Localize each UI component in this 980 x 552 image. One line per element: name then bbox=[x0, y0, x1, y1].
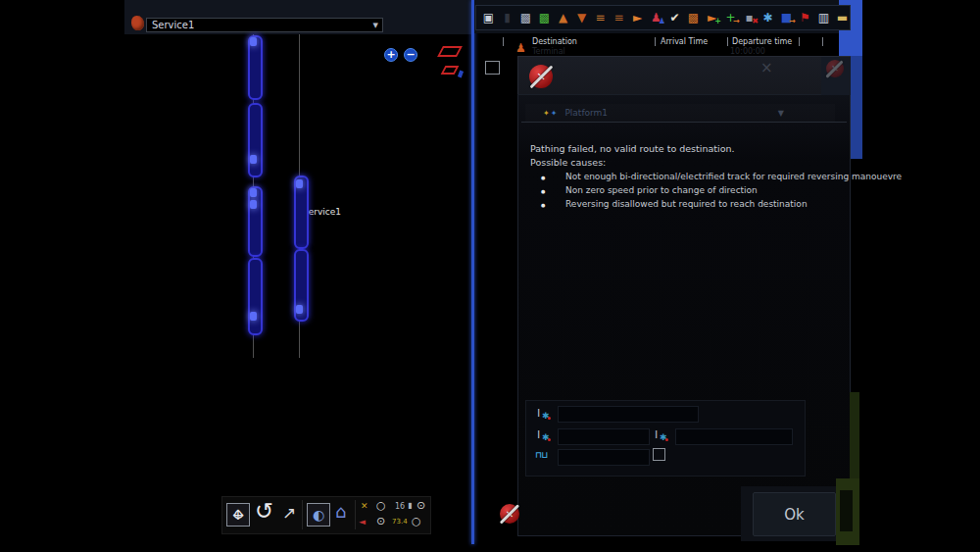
platform-selector[interactable]: ✦ ✦ Platform1 ▼ bbox=[525, 104, 835, 122]
grid-size-value: 16 bbox=[395, 503, 405, 511]
text-edit-icon: I ✱ bbox=[655, 429, 658, 440]
column-divider bbox=[655, 37, 656, 46]
radio-option-icon[interactable]: ○ bbox=[412, 516, 421, 527]
platform-selector-value: Platform1 bbox=[564, 108, 777, 118]
panel-divider-line bbox=[471, 0, 474, 544]
grid-light-icon[interactable]: ▩ bbox=[516, 12, 535, 24]
ibeam-glyph: I bbox=[537, 407, 540, 420]
chevron-down-icon: ▼ bbox=[373, 22, 382, 29]
row-checkbox[interactable] bbox=[485, 61, 500, 75]
depot-up-icon[interactable]: ▲ bbox=[554, 12, 572, 24]
passengers-icon[interactable]: ♟♟ bbox=[647, 12, 665, 24]
red-dot-icon bbox=[548, 417, 551, 420]
settings-gear-icon[interactable]: ✱ bbox=[759, 12, 777, 24]
hand-tool-icon[interactable]: ◄ bbox=[359, 518, 366, 527]
passenger-orange-icon: ♟ bbox=[515, 41, 526, 55]
add-service-overlay-icon: + bbox=[714, 18, 721, 25]
column-header-destination[interactable]: Destination bbox=[532, 37, 577, 46]
bullet-icon: ● bbox=[541, 188, 545, 194]
lock-remove-icon[interactable]: ▪✖ bbox=[740, 12, 759, 24]
no-path-footer-icon: ✕ bbox=[500, 504, 519, 524]
train-segment[interactable] bbox=[248, 258, 263, 335]
train-segment[interactable] bbox=[248, 103, 263, 177]
add-route-overlay-icon: → bbox=[733, 18, 740, 25]
cause-item-1: Not enough bi-directional/electrified tr… bbox=[565, 172, 902, 181]
arrival-input[interactable] bbox=[558, 428, 650, 445]
terrain-shadow bbox=[840, 490, 853, 531]
zoom-out-button[interactable]: − bbox=[404, 48, 417, 62]
text-edit-icon: I ✱ bbox=[537, 429, 540, 440]
toolbar-divider bbox=[355, 500, 356, 529]
flag-icon[interactable]: ⚑ bbox=[796, 12, 814, 24]
service-icon bbox=[131, 16, 144, 30]
cause-item-2: Non zero speed prior to change of direct… bbox=[565, 185, 758, 195]
add-service-icon[interactable]: ►+ bbox=[703, 12, 721, 24]
table-row-departure: 10:00:00 bbox=[730, 47, 765, 56]
cause-item-3: Reversing disallowed but required to rea… bbox=[565, 199, 808, 209]
right-blue-strip bbox=[851, 56, 862, 159]
chevron-down-icon: ▼ bbox=[778, 109, 784, 118]
hand-pointer-icon[interactable]: ► bbox=[628, 12, 647, 24]
dialog-checkbox[interactable] bbox=[653, 448, 665, 461]
list-2-icon[interactable]: ≡ bbox=[610, 12, 628, 24]
measure-icon[interactable]: ✕ bbox=[361, 502, 368, 511]
text-edit-icon: I ✱ bbox=[537, 408, 540, 419]
ok-button-label: Ok bbox=[784, 506, 805, 524]
name-input[interactable] bbox=[558, 406, 699, 423]
radio-selected-icon[interactable]: ⊙ bbox=[416, 500, 425, 511]
home-icon[interactable]: ⌂ bbox=[335, 503, 346, 521]
night-mode-button[interactable]: ◐ bbox=[307, 503, 330, 527]
train-coupling-marker bbox=[250, 188, 257, 197]
train-coupling-marker bbox=[250, 312, 257, 321]
zoom-in-button[interactable]: + bbox=[384, 48, 398, 62]
train-coupling-marker bbox=[296, 179, 303, 188]
grid-orange-icon[interactable]: ▩ bbox=[684, 12, 703, 24]
pan-tool-button[interactable]: ↔ ↕ bbox=[226, 503, 250, 527]
ibeam-glyph: I bbox=[655, 428, 658, 441]
column-header-arrival[interactable]: Arrival Time bbox=[661, 37, 708, 46]
depot-down-icon[interactable]: ▼ bbox=[572, 12, 591, 24]
ok-button[interactable]: Ok bbox=[753, 492, 836, 536]
column-header-departure[interactable]: Departure time bbox=[732, 37, 792, 46]
departure-input[interactable] bbox=[675, 428, 793, 445]
train-window-icon[interactable]: ▥ bbox=[814, 12, 833, 24]
radio-selected-icon[interactable]: ⊙ bbox=[376, 516, 385, 527]
edit-confirm-icon[interactable]: ✔ bbox=[665, 12, 684, 24]
train-coupling-marker bbox=[250, 155, 257, 164]
rotate-icon[interactable]: ↺ bbox=[255, 500, 273, 523]
bullet-icon: ● bbox=[541, 202, 545, 208]
dialog-header bbox=[517, 56, 851, 95]
lock-icon[interactable]: ▮ bbox=[408, 502, 412, 510]
list-1-icon[interactable]: ≡ bbox=[591, 12, 610, 24]
radio-option-icon[interactable]: ○ bbox=[376, 500, 386, 511]
coord-value: 73.4 bbox=[392, 519, 408, 526]
top-toolbar: ▣▮▩▩▲▼≡≡►♟♟✔▩►++→▪✖✱■→⚑▥▬ bbox=[475, 5, 851, 30]
column-divider bbox=[822, 37, 823, 46]
night-icon: ◐ bbox=[308, 504, 329, 526]
table-row-destination: Terminal bbox=[532, 47, 565, 56]
causes-heading: Possible causes: bbox=[530, 157, 606, 168]
pan-v-icon: ↕ bbox=[227, 504, 249, 526]
service-selector[interactable]: Service1 ▼ bbox=[146, 18, 383, 32]
red-dot-icon bbox=[665, 438, 668, 441]
interval-input[interactable] bbox=[558, 449, 650, 466]
grid-green-icon[interactable]: ▩ bbox=[535, 12, 554, 24]
train-coupling-marker bbox=[250, 37, 257, 46]
no-path-icon: ✕ bbox=[529, 65, 553, 88]
vehicle-icon[interactable]: ▬ bbox=[833, 12, 852, 24]
save-icon[interactable]: ▣ bbox=[479, 12, 498, 24]
passengers-overlay-icon: ♟ bbox=[659, 18, 665, 25]
platform-icon-blue: ✦ bbox=[551, 109, 558, 118]
column-divider bbox=[799, 37, 800, 46]
transfer-icon[interactable]: ■→ bbox=[777, 12, 796, 24]
train-coupling-marker bbox=[250, 200, 257, 209]
close-icon[interactable]: × bbox=[760, 59, 773, 76]
train-coupling-marker bbox=[296, 305, 303, 314]
bullet-icon: ● bbox=[541, 175, 545, 180]
no-path-dim-icon: ✕ bbox=[826, 60, 844, 77]
jump-icon[interactable]: ↗ bbox=[282, 505, 296, 522]
red-dot-icon bbox=[548, 438, 551, 441]
trash-icon[interactable]: ▮ bbox=[498, 12, 516, 24]
add-route-icon[interactable]: +→ bbox=[721, 12, 740, 24]
toolbar-divider bbox=[302, 500, 303, 529]
